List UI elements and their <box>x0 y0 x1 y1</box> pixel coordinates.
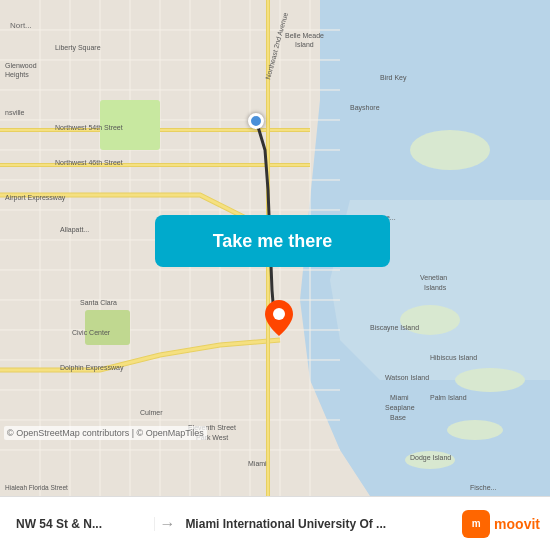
moovit-brand-text: moovit <box>494 516 540 532</box>
svg-text:Seaplane: Seaplane <box>385 404 415 412</box>
svg-text:Base: Base <box>390 414 406 421</box>
svg-text:Hibiscus Island: Hibiscus Island <box>430 354 477 361</box>
svg-text:Santa Clara: Santa Clara <box>80 299 117 306</box>
svg-text:Islands: Islands <box>424 284 447 291</box>
svg-text:Nort...: Nort... <box>10 21 32 30</box>
svg-text:Northwest 46th Street: Northwest 46th Street <box>55 159 123 166</box>
svg-text:Allapatt...: Allapatt... <box>60 226 89 234</box>
svg-text:Airport Expressway: Airport Expressway <box>5 194 66 202</box>
svg-text:nsville: nsville <box>5 109 25 116</box>
svg-text:Dodge Island: Dodge Island <box>410 454 451 462</box>
svg-text:Civic Center: Civic Center <box>72 329 111 336</box>
moovit-logo-icon: m <box>462 510 490 538</box>
arrow-right-icon: → <box>155 515 179 533</box>
route-to-label: Miami International University Of ... <box>185 517 450 531</box>
route-from-section: NW 54 St & N... <box>10 517 155 531</box>
svg-text:Heights: Heights <box>5 71 29 79</box>
svg-point-1 <box>410 130 490 170</box>
svg-text:Island: Island <box>295 41 314 48</box>
svg-text:Belle Meade: Belle Meade <box>285 32 324 39</box>
svg-point-4 <box>447 420 503 440</box>
route-to-section: Miami International University Of ... <box>179 517 456 531</box>
svg-text:Culmer: Culmer <box>140 409 163 416</box>
svg-text:Bayshore: Bayshore <box>350 104 380 112</box>
origin-marker <box>248 113 264 129</box>
svg-text:Dolphin Expressway: Dolphin Expressway <box>60 364 124 372</box>
svg-text:Hialeah Florida Street: Hialeah Florida Street <box>5 484 68 491</box>
map-attribution: © OpenStreetMap contributors | © OpenMap… <box>4 426 207 440</box>
svg-point-3 <box>455 368 525 392</box>
moovit-logo: m moovit <box>456 510 540 538</box>
svg-text:Venetian: Venetian <box>420 274 447 281</box>
svg-text:Watson Island: Watson Island <box>385 374 429 381</box>
svg-text:Bird Key: Bird Key <box>380 74 407 82</box>
svg-text:Biscayne Island: Biscayne Island <box>370 324 419 332</box>
svg-text:Miami: Miami <box>390 394 409 401</box>
take-me-there-button[interactable]: Take me there <box>155 215 390 267</box>
svg-text:Glenwood: Glenwood <box>5 62 37 69</box>
destination-marker <box>265 300 293 340</box>
svg-text:Miami: Miami <box>248 460 267 467</box>
bottom-navigation-bar: NW 54 St & N... → Miami International Un… <box>0 496 550 550</box>
map-area: Nort... Glenwood Heights Liberty Square … <box>0 0 550 496</box>
app-container: Nort... Glenwood Heights Liberty Square … <box>0 0 550 550</box>
svg-rect-38 <box>85 310 130 345</box>
svg-text:Northwest 54th Street: Northwest 54th Street <box>55 124 123 131</box>
svg-text:Palm Island: Palm Island <box>430 394 467 401</box>
svg-text:Fische...: Fische... <box>470 484 497 491</box>
svg-point-73 <box>273 308 285 320</box>
route-from-label: NW 54 St & N... <box>16 517 148 531</box>
svg-text:Liberty Square: Liberty Square <box>55 44 101 52</box>
